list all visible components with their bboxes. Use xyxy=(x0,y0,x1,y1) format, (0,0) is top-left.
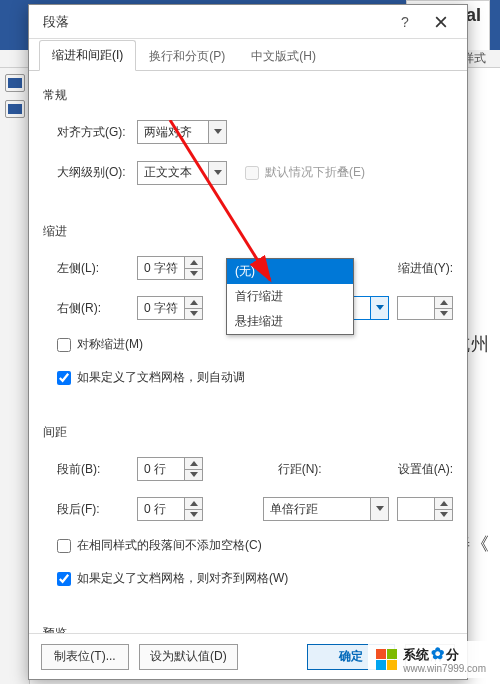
dropdown-option-first-line[interactable]: 首行缩进 xyxy=(227,284,353,309)
paragraph-dialog: 段落 ? 缩进和间距(I) 换行和分页(P) 中文版式(H) 常规 对齐方式(G… xyxy=(28,4,468,680)
no-space-same-style-checkbox[interactable] xyxy=(57,539,71,553)
indent-left-label: 左侧(L): xyxy=(57,260,129,277)
grid-auto-indent-checkbox[interactable] xyxy=(57,371,71,385)
spinner-up[interactable] xyxy=(185,498,202,510)
grid-auto-indent-label: 如果定义了文档网格，则自动调 xyxy=(77,369,245,386)
indent-by-label: 缩进值(Y): xyxy=(398,260,453,277)
spinner-up[interactable] xyxy=(185,257,202,269)
line-spacing-label: 行距(N): xyxy=(278,461,322,478)
flower-icon: ✿ xyxy=(431,645,444,662)
special-format-dropdown[interactable]: (无) 首行缩进 悬挂缩进 xyxy=(226,258,354,335)
tab-line-page-breaks[interactable]: 换行和分页(P) xyxy=(136,41,238,71)
dropdown-option-none[interactable]: (无) xyxy=(227,259,353,284)
collapse-by-default-checkbox xyxy=(245,166,259,180)
help-button[interactable]: ? xyxy=(387,9,423,35)
tab-asian-typography[interactable]: 中文版式(H) xyxy=(238,41,329,71)
dialog-title: 段落 xyxy=(43,13,387,31)
mirror-indents-label: 对称缩进(M) xyxy=(77,336,143,353)
spinner-up[interactable] xyxy=(185,297,202,309)
indent-icon[interactable] xyxy=(5,100,25,118)
close-button[interactable] xyxy=(423,9,459,35)
space-after-label: 段后(F): xyxy=(57,501,129,518)
set-default-button[interactable]: 设为默认值(D) xyxy=(139,644,238,670)
spinner-down[interactable] xyxy=(435,309,452,320)
tabs-button[interactable]: 制表位(T)... xyxy=(41,644,129,670)
mirror-indents-checkbox[interactable] xyxy=(57,338,71,352)
chevron-down-icon xyxy=(208,121,226,143)
spinner-up[interactable] xyxy=(435,498,452,510)
spinner-up[interactable] xyxy=(435,297,452,309)
alignment-combo[interactable]: 两端对齐 xyxy=(137,120,227,144)
indent-icon[interactable] xyxy=(5,74,25,92)
no-space-same-style-label: 在相同样式的段落间不添加空格(C) xyxy=(77,537,262,554)
dialog-body: 常规 对齐方式(G): 两端对齐 大纲级别(O): 正文文本 默认情况下折叠(E… xyxy=(29,71,467,633)
space-after-spinner[interactable]: 0 行 xyxy=(137,497,203,521)
spinner-down[interactable] xyxy=(185,470,202,481)
spinner-down[interactable] xyxy=(435,510,452,521)
spacing-at-label: 设置值(A): xyxy=(398,461,453,478)
spinner-down[interactable] xyxy=(185,309,202,320)
spinner-down[interactable] xyxy=(185,269,202,280)
dialog-tabs: 缩进和间距(I) 换行和分页(P) 中文版式(H) xyxy=(29,39,467,71)
spinner-up[interactable] xyxy=(185,458,202,470)
line-spacing-combo[interactable]: 单倍行距 xyxy=(263,497,389,521)
tab-indent-spacing[interactable]: 缩进和间距(I) xyxy=(39,40,136,71)
indent-right-spinner[interactable]: 0 字符 xyxy=(137,296,203,320)
outline-level-combo[interactable]: 正文文本 xyxy=(137,161,227,185)
chevron-down-icon xyxy=(208,162,226,184)
outline-level-label: 大纲级别(O): xyxy=(57,164,129,181)
snap-to-grid-label: 如果定义了文档网格，则对齐到网格(W) xyxy=(77,570,288,587)
section-indentation: 缩进 xyxy=(43,223,453,240)
chevron-down-icon xyxy=(370,498,388,520)
indent-right-label: 右侧(R): xyxy=(57,300,129,317)
collapse-label: 默认情况下折叠(E) xyxy=(265,164,365,181)
section-spacing: 间距 xyxy=(43,424,453,441)
left-gutter-icons xyxy=(0,68,30,684)
section-preview: 预览 xyxy=(43,625,453,633)
chevron-down-icon xyxy=(370,297,388,319)
indent-left-spinner[interactable]: 0 字符 xyxy=(137,256,203,280)
alignment-label: 对齐方式(G): xyxy=(57,124,129,141)
watermark: 系统✿分 www.win7999.com xyxy=(368,641,494,678)
spinner-down[interactable] xyxy=(185,510,202,521)
section-general: 常规 xyxy=(43,87,453,104)
windows-logo-icon xyxy=(376,649,397,670)
indent-by-spinner[interactable] xyxy=(397,296,453,320)
spacing-at-spinner[interactable] xyxy=(397,497,453,521)
snap-to-grid-checkbox[interactable] xyxy=(57,572,71,586)
space-before-label: 段前(B): xyxy=(57,461,129,478)
space-before-spinner[interactable]: 0 行 xyxy=(137,457,203,481)
dialog-titlebar[interactable]: 段落 ? xyxy=(29,5,467,39)
dropdown-option-hanging[interactable]: 悬挂缩进 xyxy=(227,309,353,334)
close-icon xyxy=(435,16,447,28)
